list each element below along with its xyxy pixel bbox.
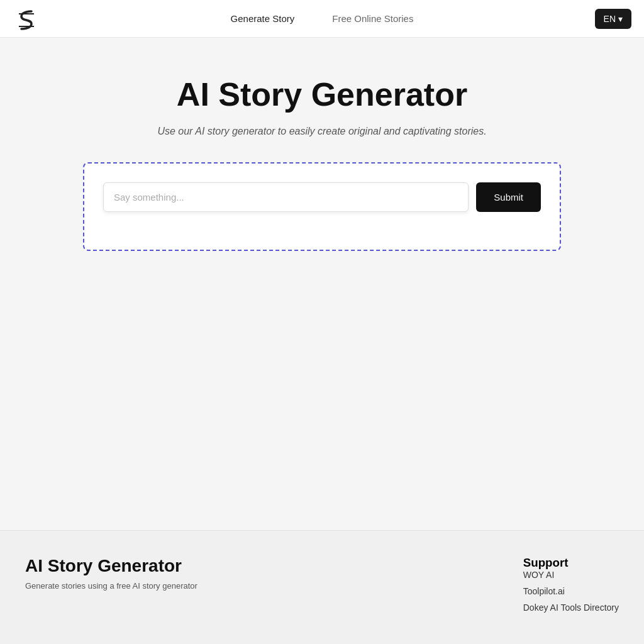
footer-link-woy-ai[interactable]: WOY AI (523, 570, 619, 580)
chevron-down-icon: ▾ (618, 14, 623, 24)
footer-link-toolpilot[interactable]: Toolpilot.ai (523, 586, 619, 596)
footer-support: Support WOY AI Toolpilot.ai Dokey AI Too… (523, 556, 619, 619)
page-title: AI Story Generator (177, 75, 467, 113)
logo[interactable] (13, 5, 40, 33)
site-footer: AI Story Generator Generate stories usin… (0, 530, 644, 644)
language-label: EN (604, 14, 616, 24)
footer-link-dokey[interactable]: Dokey AI Tools Directory (523, 602, 619, 613)
submit-button[interactable]: Submit (476, 182, 541, 212)
footer-brand-title: AI Story Generator (25, 556, 197, 576)
input-row: Submit (103, 182, 541, 212)
story-text-input[interactable] (103, 182, 469, 212)
story-input-container: Submit (83, 162, 561, 251)
logo-icon (13, 5, 40, 33)
page-subtitle: Use our AI story generator to easily cre… (157, 126, 486, 137)
main-content: AI Story Generator Use our AI story gene… (0, 38, 644, 530)
footer-brand-subtitle: Generate stories using a free AI story g… (25, 581, 197, 591)
footer-brand: AI Story Generator Generate stories usin… (25, 556, 197, 591)
nav-generate-story[interactable]: Generate Story (231, 13, 295, 24)
main-nav: Generate Story Free Online Stories (231, 13, 414, 24)
nav-free-online-stories[interactable]: Free Online Stories (332, 13, 413, 24)
language-selector-button[interactable]: EN ▾ (595, 9, 631, 29)
site-header: Generate Story Free Online Stories EN ▾ (0, 0, 644, 38)
footer-support-heading: Support (523, 556, 619, 570)
